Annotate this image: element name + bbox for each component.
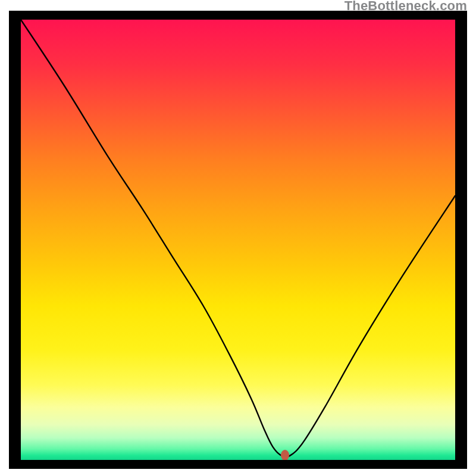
optimum-marker [281,450,289,460]
plot-area [21,20,455,460]
chart-frame [9,11,467,469]
curve-svg [21,20,455,460]
bottleneck-curve [21,20,455,457]
watermark-text: TheBottleneck.com [345,0,467,14]
